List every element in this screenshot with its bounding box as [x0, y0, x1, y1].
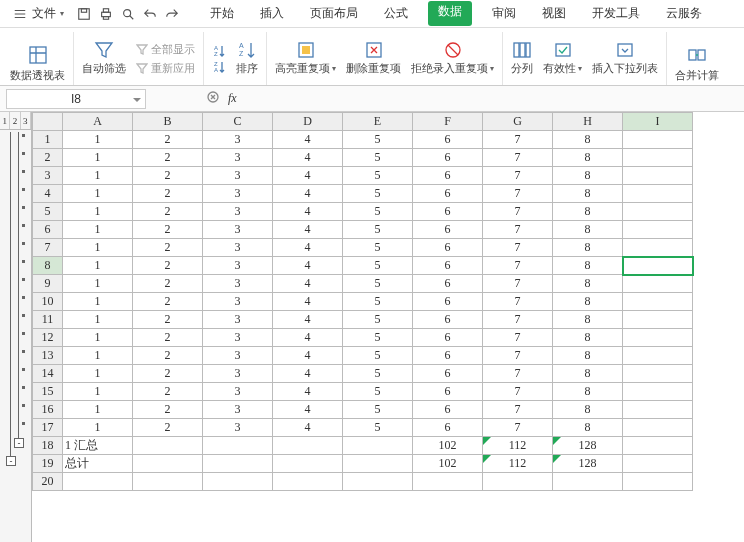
cell-D15[interactable]: 4	[273, 383, 343, 401]
col-header-D[interactable]: D	[273, 113, 343, 131]
cell-E13[interactable]: 5	[343, 347, 413, 365]
cell-C17[interactable]: 3	[203, 419, 273, 437]
outline-dot[interactable]	[22, 260, 25, 263]
row-header-11[interactable]: 11	[33, 311, 63, 329]
file-menu[interactable]: 文件 ▾	[6, 3, 70, 24]
cell-C8[interactable]: 3	[203, 257, 273, 275]
cell-D2[interactable]: 4	[273, 149, 343, 167]
cell-C11[interactable]: 3	[203, 311, 273, 329]
tab-review[interactable]: 审阅	[486, 1, 522, 26]
cell-D11[interactable]: 4	[273, 311, 343, 329]
cell-E10[interactable]: 5	[343, 293, 413, 311]
cell-I19[interactable]	[623, 455, 693, 473]
cell-G10[interactable]: 7	[483, 293, 553, 311]
cell-A2[interactable]: 1	[63, 149, 133, 167]
row-header-20[interactable]: 20	[33, 473, 63, 491]
cell-F9[interactable]: 6	[413, 275, 483, 293]
cell-I14[interactable]	[623, 365, 693, 383]
cell-D4[interactable]: 4	[273, 185, 343, 203]
cell-G11[interactable]: 7	[483, 311, 553, 329]
cell-G5[interactable]: 7	[483, 203, 553, 221]
cell-F19[interactable]: 102	[413, 455, 483, 473]
cell-I11[interactable]	[623, 311, 693, 329]
cell-C10[interactable]: 3	[203, 293, 273, 311]
outline-dot[interactable]	[22, 170, 25, 173]
cell-C16[interactable]: 3	[203, 401, 273, 419]
cancel-icon[interactable]	[206, 90, 220, 107]
cell-B11[interactable]: 2	[133, 311, 203, 329]
cell-F11[interactable]: 6	[413, 311, 483, 329]
cell-B14[interactable]: 2	[133, 365, 203, 383]
tab-data[interactable]: 数据	[428, 1, 472, 26]
col-header-B[interactable]: B	[133, 113, 203, 131]
cell-F13[interactable]: 6	[413, 347, 483, 365]
cell-D10[interactable]: 4	[273, 293, 343, 311]
cell-H14[interactable]: 8	[553, 365, 623, 383]
row-header-3[interactable]: 3	[33, 167, 63, 185]
text-to-columns-button[interactable]: 分列	[511, 39, 533, 78]
cell-A9[interactable]: 1	[63, 275, 133, 293]
cell-G17[interactable]: 7	[483, 419, 553, 437]
cell-I20[interactable]	[623, 473, 693, 491]
cell-H6[interactable]: 8	[553, 221, 623, 239]
cell-F4[interactable]: 6	[413, 185, 483, 203]
outline-level-1[interactable]: 1	[0, 112, 10, 129]
cell-H5[interactable]: 8	[553, 203, 623, 221]
cell-F6[interactable]: 6	[413, 221, 483, 239]
preview-icon[interactable]	[120, 6, 136, 22]
cell-B17[interactable]: 2	[133, 419, 203, 437]
outline-dot[interactable]	[22, 368, 25, 371]
col-header-E[interactable]: E	[343, 113, 413, 131]
cell-F17[interactable]: 6	[413, 419, 483, 437]
cell-B15[interactable]: 2	[133, 383, 203, 401]
cell-H12[interactable]: 8	[553, 329, 623, 347]
cell-D13[interactable]: 4	[273, 347, 343, 365]
col-header-F[interactable]: F	[413, 113, 483, 131]
cell-E19[interactable]	[343, 455, 413, 473]
cell-C13[interactable]: 3	[203, 347, 273, 365]
cell-E14[interactable]: 5	[343, 365, 413, 383]
grid[interactable]: ABCDEFGHI1123456782123456783123456784123…	[32, 112, 744, 542]
cell-H16[interactable]: 8	[553, 401, 623, 419]
tab-insert[interactable]: 插入	[254, 1, 290, 26]
row-header-16[interactable]: 16	[33, 401, 63, 419]
cell-D1[interactable]: 4	[273, 131, 343, 149]
cell-B13[interactable]: 2	[133, 347, 203, 365]
redo-icon[interactable]	[164, 6, 180, 22]
cell-C1[interactable]: 3	[203, 131, 273, 149]
row-header-15[interactable]: 15	[33, 383, 63, 401]
cell-I18[interactable]	[623, 437, 693, 455]
row-header-9[interactable]: 9	[33, 275, 63, 293]
col-header-G[interactable]: G	[483, 113, 553, 131]
row-header-6[interactable]: 6	[33, 221, 63, 239]
row-header-5[interactable]: 5	[33, 203, 63, 221]
cell-B20[interactable]	[133, 473, 203, 491]
cell-H3[interactable]: 8	[553, 167, 623, 185]
undo-icon[interactable]	[142, 6, 158, 22]
tab-dev[interactable]: 开发工具	[586, 1, 646, 26]
insert-dropdown-button[interactable]: 插入下拉列表	[592, 39, 658, 78]
outline-dot[interactable]	[22, 224, 25, 227]
cell-B16[interactable]: 2	[133, 401, 203, 419]
row-header-13[interactable]: 13	[33, 347, 63, 365]
cell-A5[interactable]: 1	[63, 203, 133, 221]
cell-G16[interactable]: 7	[483, 401, 553, 419]
cell-A7[interactable]: 1	[63, 239, 133, 257]
cell-F20[interactable]	[413, 473, 483, 491]
cell-D9[interactable]: 4	[273, 275, 343, 293]
cell-G14[interactable]: 7	[483, 365, 553, 383]
outline-dot[interactable]	[22, 404, 25, 407]
outline-dot[interactable]	[22, 152, 25, 155]
cell-A18[interactable]: 1 汇总	[63, 437, 133, 455]
row-header-14[interactable]: 14	[33, 365, 63, 383]
save-icon[interactable]	[76, 6, 92, 22]
cell-B9[interactable]: 2	[133, 275, 203, 293]
outline-level-3[interactable]: 3	[21, 112, 31, 129]
row-header-1[interactable]: 1	[33, 131, 63, 149]
cell-E8[interactable]: 5	[343, 257, 413, 275]
cell-A11[interactable]: 1	[63, 311, 133, 329]
cell-F10[interactable]: 6	[413, 293, 483, 311]
tab-cloud[interactable]: 云服务	[660, 1, 708, 26]
outline-dot[interactable]	[22, 206, 25, 209]
cell-B10[interactable]: 2	[133, 293, 203, 311]
